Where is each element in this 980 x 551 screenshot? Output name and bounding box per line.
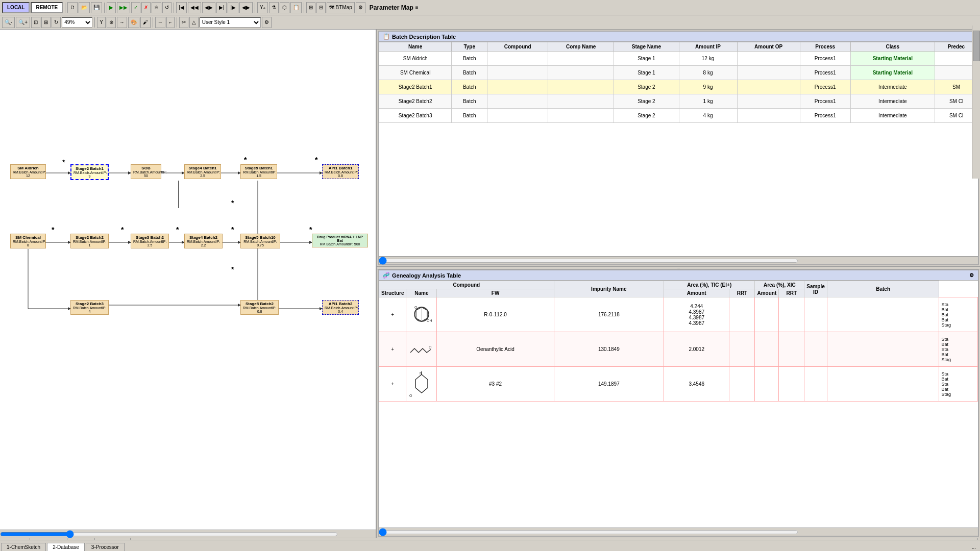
batch-cell-1-9	[935, 66, 978, 80]
scissors-btn[interactable]: ✂	[179, 17, 188, 28]
bottom-tabs: 1-ChemSketch 2-Database 3-Processor ...	[0, 540, 980, 551]
node-sob[interactable]: SOB RM.Batch.AmountIP: 50	[131, 164, 161, 179]
tab-processor[interactable]: 3-Processor	[86, 543, 125, 551]
batch-table-label: Batch Description Table	[392, 34, 456, 40]
gen-expand-1[interactable]: +	[379, 332, 406, 367]
gen-row-0[interactable]: + O OH R-0-112.0176.21184.244 4.3987 4.3…	[379, 297, 978, 332]
filter-btn[interactable]: Y	[97, 17, 106, 28]
genealogy-scroll[interactable]: Compound Impurity Name Area (%), TIC (EI…	[379, 281, 978, 528]
batch-cell-4-1: Batch	[452, 109, 487, 123]
nav-end[interactable]: |▶	[228, 2, 238, 13]
ya-btn[interactable]: Yₐ	[257, 2, 268, 13]
vscroll-thumb[interactable]	[973, 31, 980, 61]
batch-row-2[interactable]: Stage2 Batch1BatchStage 29 kgProcess1Int…	[379, 80, 978, 94]
nav-prev[interactable]: ◀▶	[202, 2, 215, 13]
canvas-hscroll[interactable]	[0, 530, 376, 538]
gen-row-2[interactable]: + N O #3 #2149.18973.4546Sta Bat Sta Bat…	[379, 367, 978, 402]
open-btn[interactable]: 📂	[79, 2, 90, 13]
node-sm-aldrich[interactable]: SM Aldrich RM.Batch.AmountIP: 12	[10, 164, 46, 179]
genealogy-table: Compound Impurity Name Area (%), TIC (EI…	[379, 281, 978, 402]
zoom-select[interactable]: 49%25%50%75%100%	[62, 17, 92, 28]
style-settings-btn[interactable]: ⚙	[262, 17, 272, 28]
angle-btn[interactable]: ⌐	[166, 17, 175, 28]
local-mode-btn[interactable]: LOCAL	[2, 2, 30, 13]
palette-btn[interactable]: 🖌	[140, 17, 151, 28]
tab-database[interactable]: 2-Database	[47, 543, 85, 551]
style-select[interactable]: User Style 1User Style 2Default	[200, 17, 261, 28]
more-tabs-btn[interactable]: ...	[969, 543, 979, 551]
node-stage2-batch3[interactable]: Stage2 Batch3 RM.Batch.AmountIP: 4	[70, 300, 109, 315]
batch-table-hscroll[interactable]	[379, 256, 978, 264]
canvas-svg: * * * * * * * * * *	[0, 30, 376, 530]
rotate-btn[interactable]: ↻	[52, 17, 61, 28]
node-stage4-batch2[interactable]: Stage4 Batch2 RM.Batch.AmountIP: 2.2	[184, 234, 223, 248]
batch-row-0[interactable]: SM AldrichBatchStage 112 kgProcess1Start…	[379, 52, 978, 66]
grid-btn[interactable]: ⊟	[316, 2, 326, 13]
sheet-btn[interactable]: 📋	[290, 2, 302, 13]
batch-hscroll-input[interactable]	[379, 258, 798, 264]
gen-expand-0[interactable]: +	[379, 297, 406, 332]
nav-next[interactable]: ▶|	[216, 2, 227, 13]
check-btn[interactable]: ✓	[131, 2, 140, 13]
gen-col-name: Name	[406, 289, 437, 297]
node-drug-product[interactable]: Drug Product mRNA + LNP Bat RM.Batch.Amo…	[312, 234, 368, 247]
node-stage5-batch1[interactable]: Stage5 Batch1 RM.Batch.AmountIP: 1.5	[240, 164, 277, 179]
zoom-out-btn[interactable]: 🔍-	[2, 17, 15, 28]
node-api1-batch1[interactable]: API1 Batch1 RM.Batch.AmountIP: 0.8	[322, 164, 359, 179]
canvas-hscroll-input[interactable]	[0, 531, 338, 537]
zoom-fit-btn[interactable]: ⊡	[31, 17, 40, 28]
node-api1-batch2[interactable]: API1 Batch2 RM.Batch.AmountIP: 0.4	[322, 300, 359, 315]
batch-row-3[interactable]: Stage2 Batch2BatchStage 21 kgProcess1Int…	[379, 94, 978, 109]
color-btn[interactable]: 🎨	[128, 17, 139, 28]
atom-btn[interactable]: ⚛	[152, 2, 161, 13]
gen-row-1[interactable]: + OOenanthylic Acid130.18492.0012Sta Bat…	[379, 332, 978, 367]
btmap-btn[interactable]: 🗺 BTMap	[327, 2, 355, 13]
batch-vscroll[interactable]	[972, 26, 980, 179]
node-stage2-batch2[interactable]: Stage2 Batch2 RM.Batch.AmountIP: 1	[70, 234, 109, 248]
tab-chemsketch[interactable]: 1-ChemSketch	[1, 543, 46, 551]
new-btn[interactable]: 🗋	[67, 2, 78, 13]
batch-cell-4-0: Stage2 Batch3	[379, 109, 452, 123]
play-btn[interactable]: ▶	[107, 2, 116, 13]
gen-fw-1: 130.1849	[554, 332, 664, 367]
genealogy-corner-btn[interactable]: ⚙	[969, 272, 974, 278]
col-compname: Comp Name	[548, 42, 614, 52]
arrow-btn[interactable]: →	[117, 17, 127, 28]
nav-fork[interactable]: ◀▶	[239, 2, 253, 13]
remote-mode-btn[interactable]: REMOTE	[31, 2, 63, 13]
mol-btn[interactable]: ⬡	[280, 2, 289, 13]
node-stage4-batch1[interactable]: Stage4 Batch1 RM.Batch.AmountIP: 2.5	[184, 164, 221, 179]
genealogy-hscroll[interactable]	[379, 528, 978, 536]
node-sm-chemical[interactable]: SM Chemical RM.Batch.AmountIP: 8	[10, 234, 46, 248]
node-stage5-batch10[interactable]: Stage5 Batch10 RM.Batch.AmountIP: 0.75	[240, 234, 280, 248]
play2-btn[interactable]: ▶▶	[117, 2, 130, 13]
table-btn[interactable]: ⊞	[306, 2, 315, 13]
settings-btn[interactable]: ⚙	[356, 2, 365, 13]
batch-cell-4-6	[737, 109, 800, 123]
node-stage3-batch2[interactable]: Stage3 Batch2 RM.Batch.AmountIP: 2.5	[131, 234, 169, 248]
zoom-sel-btn[interactable]: ⊞	[41, 17, 51, 28]
filter2-btn[interactable]: ⊛	[107, 17, 116, 28]
triangle-btn[interactable]: △	[189, 17, 199, 28]
save-btn[interactable]: 💾	[91, 2, 102, 13]
right-arrow-btn[interactable]: →	[155, 17, 165, 28]
nav-start[interactable]: |◀	[176, 2, 187, 13]
node-stage5-batch2[interactable]: Stage5 Batch2 RM.Batch.AmountIP: 0.8	[240, 300, 279, 315]
batch-row-4[interactable]: Stage2 Batch3BatchStage 24 kgProcess1Int…	[379, 109, 978, 123]
batch-cell-4-4: Stage 2	[614, 109, 679, 123]
batch-cell-2-1: Batch	[452, 80, 487, 94]
zoom-in-btn[interactable]: 🔍+	[16, 17, 30, 28]
refresh-btn[interactable]: ↺	[162, 2, 172, 13]
sep1	[65, 3, 65, 13]
canvas-content[interactable]: * * * * * * * * * * SM Aldrich RM.Ba	[0, 30, 376, 530]
svg-text:N: N	[420, 371, 422, 375]
genealogy-hscroll-input[interactable]	[379, 529, 798, 535]
cross-btn[interactable]: ✗	[141, 2, 151, 13]
flask-btn[interactable]: ⚗	[269, 2, 279, 13]
sep3	[174, 3, 174, 13]
gen-expand-2[interactable]: +	[379, 367, 406, 402]
batch-row-1[interactable]: SM ChemicalBatchStage 18 kgProcess1Start…	[379, 66, 978, 80]
nav-prev2[interactable]: ◀◀	[188, 2, 201, 13]
batch-table-scroll[interactable]: Name Type Compound Comp Name Stage Name …	[379, 42, 978, 256]
node-stage2-batch1[interactable]: Stage2 Batch1 RM.Batch.AmountIP: 9	[70, 164, 109, 180]
